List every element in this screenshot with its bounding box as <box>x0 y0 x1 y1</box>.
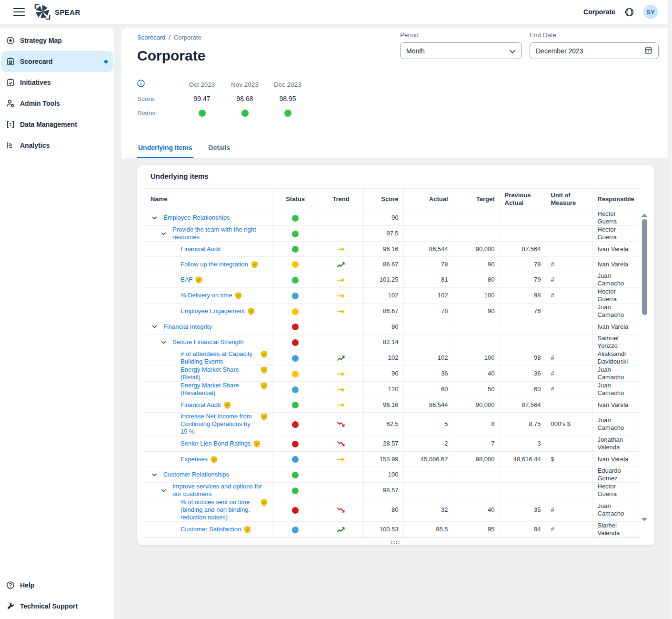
item-name-link[interactable]: Improve services and options for our cus… <box>172 483 267 498</box>
name-cell: Employee Engagement <box>144 304 272 319</box>
item-name-link[interactable]: Energy Market Share (Retail) <box>181 366 258 381</box>
scrollbar-down-arrow-icon[interactable] <box>642 518 647 521</box>
application-root: SPEAR Corporate SY Strategy MapScorecard… <box>0 0 672 619</box>
month-label: Dec 2023 <box>266 81 309 88</box>
responsible-cell: Siarhei Valenda <box>592 522 639 538</box>
initiatives-icon <box>6 78 15 87</box>
status-indicator <box>292 487 299 494</box>
chevron-down-icon[interactable] <box>161 341 166 344</box>
name-cell: Financial Integrity <box>144 319 272 335</box>
chevron-down-icon[interactable] <box>152 325 157 328</box>
item-name-link[interactable]: EAF <box>181 276 192 284</box>
item-name-link[interactable]: Senior Lien Bond Ratings <box>181 440 251 447</box>
sidebar-item-help[interactable]: Help <box>1 575 113 596</box>
name-content: Employee Relationships <box>152 214 267 222</box>
hamburger-menu-icon[interactable] <box>13 8 25 16</box>
table-row: Employee Engagement86.67789076Juan Camac… <box>144 304 639 319</box>
avatar[interactable]: SY <box>643 5 658 19</box>
sidebar-item-analytics[interactable]: Analytics <box>1 135 113 156</box>
period-select[interactable]: Month <box>400 42 522 59</box>
item-name-link[interactable]: # of attendees at Capacity Building Even… <box>181 350 258 365</box>
name-cell: Energy Market Share (Retail) <box>144 366 272 382</box>
chevron-down-icon[interactable] <box>152 216 157 220</box>
item-name-link[interactable]: Increase Net Income from Continuing Oper… <box>181 413 258 436</box>
item-name-link[interactable]: Energy Market Share (Residential) <box>181 382 258 397</box>
previous-actual-cell <box>500 319 546 335</box>
trend-cell <box>319 242 363 257</box>
item-name-link[interactable]: Expenses <box>181 456 208 463</box>
shield-badge-icon <box>254 440 260 447</box>
item-name-link[interactable]: Customer Satisfaction <box>181 526 241 533</box>
responsible-cell: Hector Guerra <box>592 226 639 242</box>
scrollbar-thumb[interactable] <box>642 219 647 315</box>
name-cell: Provide the team with the right resource… <box>144 226 272 242</box>
item-name-link[interactable]: Secure Financial Strength <box>172 338 244 346</box>
chevron-down-icon[interactable] <box>152 473 157 477</box>
shield-badge-icon <box>261 351 267 358</box>
end-date-input[interactable]: December 2023 <box>530 42 659 59</box>
unit-cell: # <box>546 272 592 288</box>
item-name-link[interactable]: Employee Engagement <box>181 307 245 315</box>
sidebar-item-scorecard[interactable]: Scorecard <box>1 51 113 72</box>
sidebar-item-admin-tools[interactable]: Admin Tools <box>1 93 113 114</box>
scrollbar-up-arrow-icon[interactable] <box>642 213 647 217</box>
name-cell: Improve services and options for our cus… <box>144 483 272 498</box>
item-name-link[interactable]: Financial Audit <box>181 245 221 253</box>
target-cell <box>453 226 500 242</box>
actual-cell: 86,544 <box>403 242 453 257</box>
item-name-link[interactable]: % Delivery on time <box>181 292 232 299</box>
target-cell <box>453 319 500 335</box>
breadcrumb: Scorecard / Corporate <box>137 34 201 41</box>
item-name-link[interactable]: Follow up the integration <box>181 261 248 268</box>
sidebar-item-label: Data Management <box>20 121 77 128</box>
name-content: Increase Net Income from Continuing Oper… <box>181 413 267 436</box>
responsible-cell: Juan Camacho <box>592 366 639 382</box>
name-content: Financial Audit <box>181 401 267 409</box>
trend-cell <box>319 288 363 304</box>
status-dot <box>241 110 249 117</box>
name-content: Customer Satisfaction <box>181 526 267 533</box>
table-resize-handle[interactable] <box>391 541 401 544</box>
calendar-icon[interactable] <box>644 46 652 56</box>
score-cell: 96.16 <box>363 242 403 257</box>
tab-details[interactable]: Details <box>208 144 231 158</box>
name-content: EAF <box>181 276 267 284</box>
actual-cell: 78 <box>403 257 453 272</box>
table-row: Senior Lien Bond Ratings28.57273Jonathan… <box>144 436 639 452</box>
shield-badge-icon <box>251 261 258 268</box>
breadcrumb-link-scorecard[interactable]: Scorecard <box>137 34 165 41</box>
item-name-link[interactable]: % of notices sent on time (binding and n… <box>181 498 258 521</box>
responsible-cell: Juan Camacho <box>592 498 639 522</box>
score-cell: 62.5 <box>363 413 403 436</box>
chevron-down-icon[interactable] <box>161 489 166 492</box>
chevron-down-icon[interactable] <box>161 232 166 235</box>
item-name-link[interactable]: Financial Audit <box>181 401 221 409</box>
globe-icon[interactable] <box>624 7 634 17</box>
previous-actual-cell: 76 <box>500 304 546 319</box>
target-cell: 90,000 <box>453 242 500 257</box>
item-name-link[interactable]: Financial Integrity <box>163 323 212 331</box>
status-cell <box>272 210 319 226</box>
unit-cell: # <box>546 257 592 272</box>
score-cell: 101.25 <box>363 272 403 288</box>
status-indicator <box>292 339 299 346</box>
sidebar-item-data-management[interactable]: Data Management <box>1 114 113 135</box>
trend-up-icon <box>337 355 345 361</box>
unit-cell <box>546 335 592 350</box>
trend-cell <box>319 382 363 397</box>
info-icon[interactable] <box>137 80 181 89</box>
item-name-link[interactable]: Employee Relationships <box>163 214 230 222</box>
actual-cell: 81 <box>403 272 453 288</box>
sidebar-item-label: Initiatives <box>20 79 51 86</box>
sidebar-item-technical-support[interactable]: Technical Support <box>1 596 113 617</box>
trend-cell <box>319 319 363 335</box>
trend-flat-icon <box>337 371 345 377</box>
item-name-link[interactable]: Provide the team with the right resource… <box>172 226 267 241</box>
data-management-icon <box>6 120 15 129</box>
tab-underlying-items[interactable]: Underlying items <box>137 144 193 158</box>
item-name-link[interactable]: Customer Relationships <box>163 471 229 478</box>
sidebar-item-strategy-map[interactable]: Strategy Map <box>1 30 113 51</box>
status-indicator <box>292 308 299 315</box>
end-date-label: End Date <box>530 31 659 39</box>
sidebar-item-initiatives[interactable]: Initiatives <box>1 72 113 93</box>
